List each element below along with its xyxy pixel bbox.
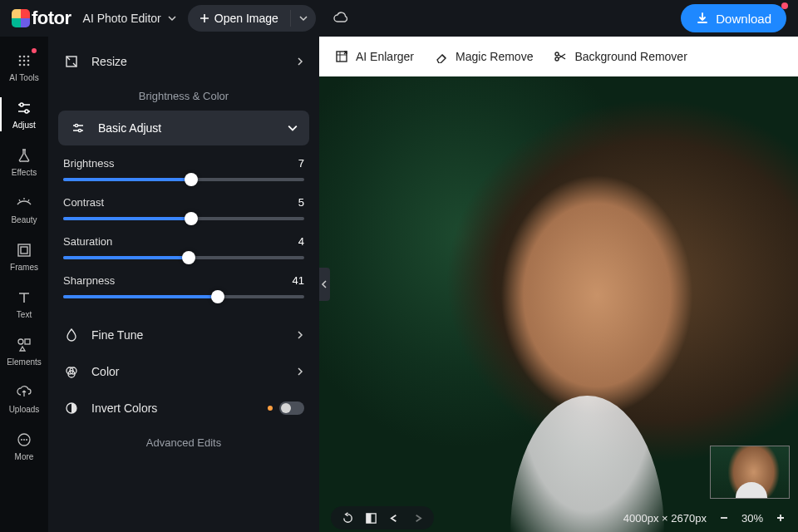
magic-remove-button[interactable]: Magic Remove bbox=[434, 49, 533, 64]
sharpness-value: 41 bbox=[293, 274, 304, 287]
ai-enlarger-button[interactable]: AI Enlarger bbox=[334, 49, 414, 64]
undo-icon[interactable] bbox=[387, 511, 401, 525]
resize-icon bbox=[63, 55, 80, 68]
contrast-slider[interactable] bbox=[63, 217, 304, 220]
resize-row[interactable]: Resize bbox=[48, 43, 319, 80]
adjust-icon bbox=[70, 121, 86, 135]
brightness-row: Brightness7 bbox=[63, 157, 304, 181]
svg-point-9 bbox=[20, 103, 23, 106]
collapse-panel-button[interactable] bbox=[319, 268, 330, 301]
svg-point-27 bbox=[555, 52, 559, 56]
invert-colors-row: Invert Colors bbox=[48, 390, 319, 426]
svg-point-13 bbox=[18, 339, 23, 344]
cloud-icon[interactable] bbox=[332, 10, 349, 27]
frame-icon bbox=[15, 241, 33, 259]
rail-beauty[interactable]: Beauty bbox=[0, 185, 48, 233]
svg-rect-30 bbox=[366, 513, 371, 522]
rail-label: Effects bbox=[12, 168, 37, 177]
open-image-group: Open Image bbox=[188, 5, 316, 32]
svg-point-0 bbox=[19, 56, 22, 58]
invert-toggle[interactable] bbox=[279, 401, 304, 415]
brightness-label: Brightness bbox=[63, 157, 114, 170]
rail-text[interactable]: Text bbox=[0, 280, 48, 328]
adjust-panel: Resize Brightness & Color Basic Adjust B… bbox=[48, 37, 319, 532]
bg-remover-button[interactable]: Background Remover bbox=[553, 49, 687, 64]
magic-remove-label: Magic Remove bbox=[456, 50, 533, 63]
canvas-area: AI Enlarger Magic Remove Background Remo… bbox=[319, 37, 798, 532]
rail-label: Uploads bbox=[9, 405, 40, 414]
brightness-slider[interactable] bbox=[63, 178, 304, 181]
zoom-out-icon[interactable] bbox=[718, 512, 730, 524]
svg-point-1 bbox=[23, 56, 26, 58]
rail-label: More bbox=[15, 452, 34, 461]
resize-label: Resize bbox=[91, 55, 296, 68]
basic-adjust-label: Basic Adjust bbox=[98, 121, 288, 135]
color-icon bbox=[63, 365, 80, 378]
slider-thumb[interactable] bbox=[185, 212, 198, 225]
image-dimensions: 4000px × 2670px bbox=[623, 512, 707, 525]
sharpness-label: Sharpness bbox=[63, 274, 115, 287]
invert-label: Invert Colors bbox=[91, 401, 268, 415]
minimap[interactable] bbox=[710, 446, 790, 499]
zoom-in-icon[interactable] bbox=[775, 512, 786, 524]
svg-point-16 bbox=[21, 439, 22, 441]
svg-point-20 bbox=[75, 124, 77, 126]
reset-icon[interactable] bbox=[341, 511, 354, 525]
rail-effects[interactable]: Effects bbox=[0, 138, 48, 185]
svg-point-21 bbox=[78, 129, 81, 131]
compare-icon[interactable] bbox=[364, 511, 377, 525]
slider-thumb[interactable] bbox=[185, 173, 198, 186]
svg-point-3 bbox=[19, 60, 22, 62]
canvas-bottom-bar: 4000px × 2670px 30% bbox=[319, 504, 798, 532]
grid-icon bbox=[15, 52, 33, 70]
rail-ai-tools[interactable]: AI Tools bbox=[0, 43, 48, 91]
open-image-label: Open Image bbox=[214, 12, 278, 25]
rail-uploads[interactable]: Uploads bbox=[0, 375, 48, 422]
color-row[interactable]: Color bbox=[48, 353, 319, 390]
canvas-info: 4000px × 2670px 30% bbox=[623, 512, 786, 525]
fine-tune-label: Fine Tune bbox=[91, 328, 296, 342]
sharpness-slider[interactable] bbox=[63, 295, 304, 298]
color-label: Color bbox=[91, 365, 296, 378]
download-label: Download bbox=[716, 12, 771, 26]
saturation-label: Saturation bbox=[63, 235, 112, 248]
history-controls bbox=[331, 506, 434, 530]
rail-label: Elements bbox=[7, 357, 42, 367]
chevron-down-icon bbox=[168, 14, 176, 22]
logo-text: fotor bbox=[32, 7, 71, 29]
chevron-down-icon bbox=[288, 123, 298, 133]
saturation-slider[interactable] bbox=[63, 256, 304, 259]
rail-label: Text bbox=[17, 310, 32, 319]
fine-tune-row[interactable]: Fine Tune bbox=[48, 317, 319, 353]
brightness-value: 7 bbox=[298, 157, 304, 170]
sliders-icon bbox=[15, 99, 33, 117]
rail-adjust[interactable]: Adjust bbox=[0, 91, 48, 138]
editor-dropdown-label: AI Photo Editor bbox=[83, 12, 161, 25]
editor-dropdown[interactable]: AI Photo Editor bbox=[81, 8, 178, 28]
rail-more[interactable]: More bbox=[0, 422, 48, 470]
more-icon bbox=[15, 431, 33, 449]
logo-icon bbox=[12, 9, 30, 27]
zoom-level: 30% bbox=[741, 512, 763, 525]
plus-icon bbox=[200, 13, 209, 23]
svg-point-18 bbox=[26, 439, 27, 441]
premium-dot-icon bbox=[268, 406, 273, 411]
rail-elements[interactable]: Elements bbox=[0, 328, 48, 375]
open-image-button[interactable]: Open Image bbox=[188, 5, 290, 32]
basic-adjust-row[interactable]: Basic Adjust bbox=[58, 111, 309, 145]
app-header: fotor AI Photo Editor Open Image Downloa… bbox=[0, 0, 798, 37]
download-icon bbox=[696, 12, 709, 25]
eraser-icon bbox=[434, 49, 449, 64]
logo[interactable]: fotor bbox=[12, 7, 71, 29]
slider-thumb[interactable] bbox=[182, 251, 195, 264]
download-button[interactable]: Download bbox=[681, 4, 786, 32]
text-icon bbox=[15, 288, 33, 307]
redo-icon bbox=[411, 511, 424, 525]
open-image-dropdown[interactable] bbox=[291, 5, 316, 32]
rail-frames[interactable]: Frames bbox=[0, 233, 48, 280]
svg-point-8 bbox=[27, 64, 30, 66]
svg-point-28 bbox=[555, 57, 559, 61]
rail-label: Adjust bbox=[12, 121, 36, 130]
chevron-right-icon bbox=[296, 331, 304, 339]
slider-thumb[interactable] bbox=[211, 290, 224, 303]
